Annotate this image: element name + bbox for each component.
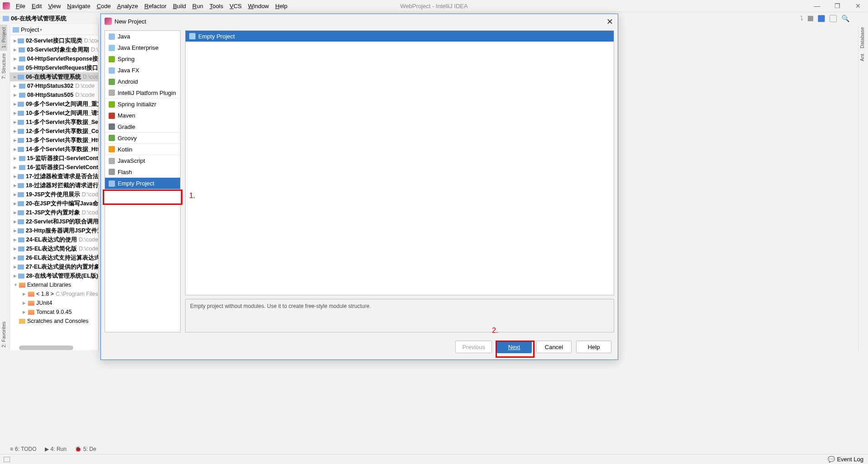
window-title: WebProject - IntelliJ IDEA xyxy=(400,3,467,9)
category-gradle[interactable]: Gradle xyxy=(105,121,180,133)
category-android[interactable]: Android xyxy=(105,76,180,87)
tab-ant[interactable]: Ant xyxy=(858,51,866,64)
run-tab[interactable]: ▶ 4: Run xyxy=(45,446,67,452)
stop-icon[interactable] xyxy=(808,16,813,21)
category-empty-project[interactable]: Empty Project xyxy=(105,178,180,189)
category-groovy[interactable]: Groovy xyxy=(105,133,180,144)
tab-database[interactable]: Database xyxy=(858,24,866,51)
category-kotlin[interactable]: Kotlin xyxy=(105,144,180,155)
project-type-list[interactable]: JavaJava EnterpriseSpringJava FXAndroidI… xyxy=(105,30,181,332)
category-javascript[interactable]: JavaScript xyxy=(105,155,180,166)
close-icon[interactable]: ✕ xyxy=(606,17,613,27)
tab-favorites[interactable]: 2: Favorites xyxy=(0,319,7,350)
menu-window[interactable]: Window xyxy=(245,2,272,10)
library-item[interactable]: ▶JUnit4 xyxy=(10,298,98,308)
folder-icon xyxy=(189,33,196,39)
category-spring[interactable]: Spring xyxy=(105,53,180,65)
library-item[interactable]: ▶< 1.8 >C:\Program Files xyxy=(10,289,98,298)
folder-icon xyxy=(3,16,9,21)
tree-item[interactable]: ▶10-多个Servlet之间调用_请求 xyxy=(10,109,98,118)
minimize-button[interactable]: — xyxy=(807,0,827,12)
tree-item[interactable]: ▶02-Servlet接口实现类D:\code xyxy=(10,36,98,45)
category-intellij-platform-plugin[interactable]: IntelliJ Platform Plugin xyxy=(105,87,180,99)
tree-item[interactable]: ▶27-EL表达式提供的内置对象 xyxy=(10,262,98,271)
tree-item[interactable]: ▶09-多个Servlet之间调用_重定 xyxy=(10,99,98,109)
category-java[interactable]: Java xyxy=(105,31,180,42)
category-spring-initializr[interactable]: Spring Initializr xyxy=(105,99,180,110)
tree-item[interactable]: ▶12-多个Servlet共享数据_Co xyxy=(10,127,98,136)
annotation-label-2: 2. xyxy=(492,327,498,335)
tab-structure[interactable]: 7: Structure xyxy=(0,51,7,82)
tree-item[interactable]: ▶08-HttpStatus505D:\code xyxy=(10,90,98,99)
build-icon[interactable]: ⤵ xyxy=(800,15,803,22)
tree-item[interactable]: ▶28-在线考试管理系统(EL版) xyxy=(10,271,98,280)
tree-item[interactable]: ▶15-监听器接口-ServletCont xyxy=(10,154,98,163)
horizontal-scrollbar[interactable] xyxy=(19,346,73,350)
menu-view[interactable]: View xyxy=(45,2,64,10)
category-icon xyxy=(109,90,115,96)
menu-refactor[interactable]: Refactor xyxy=(141,2,170,10)
category-label: Kotlin xyxy=(118,146,133,153)
menu-file[interactable]: File xyxy=(13,2,29,10)
tree-item[interactable]: ▶20-在JSP文件中编写Java命 xyxy=(10,199,98,208)
menu-code[interactable]: Code xyxy=(94,2,114,10)
menu-analyze[interactable]: Analyze xyxy=(114,2,141,10)
debug-tab[interactable]: 🐞 5: De xyxy=(75,446,96,452)
menu-help[interactable]: Help xyxy=(272,2,291,10)
help-button[interactable]: Help xyxy=(576,341,611,353)
scratches-and-consoles[interactable]: ▶Scratches and Consoles xyxy=(10,317,98,326)
cancel-button[interactable]: Cancel xyxy=(536,341,572,353)
project-tree[interactable]: ▶02-Servlet接口实现类D:\code▶03-Servlet对象生命周期… xyxy=(10,35,98,327)
tree-item[interactable]: ▶21-JSP文件内置对象D:\cod xyxy=(10,208,98,217)
menu-vcs[interactable]: VCS xyxy=(226,2,245,10)
project-panel-header[interactable]: Project ▾ xyxy=(10,24,98,35)
category-maven[interactable]: Maven xyxy=(105,110,180,121)
tree-item[interactable]: ▶25-EL表达式简化版D:\code xyxy=(10,244,98,253)
menu-run[interactable]: Run xyxy=(189,2,206,10)
category-icon xyxy=(109,67,115,74)
app-icon xyxy=(105,18,112,25)
toolbar-icon-2[interactable] xyxy=(830,15,837,22)
tree-item[interactable]: ▶06-在线考试管理系统D:\cod xyxy=(10,72,98,81)
category-java-fx[interactable]: Java FX xyxy=(105,65,180,76)
tree-item[interactable]: ▶22-Servlet和JSP的联合调用 xyxy=(10,217,98,226)
tree-item[interactable]: ▶19-JSP文件使用展示D:\code xyxy=(10,190,98,199)
tree-item[interactable]: ▶07-HttpStatus302D:\code xyxy=(10,81,98,90)
previous-button[interactable]: Previous xyxy=(455,341,492,353)
library-item[interactable]: ▶Tomcat 9.0.45 xyxy=(10,308,98,317)
toolbar-icon-1[interactable] xyxy=(818,15,825,22)
tree-item[interactable]: ▶18-过滤器对拦截的请求进行增 xyxy=(10,181,98,190)
close-window-button[interactable]: ✕ xyxy=(848,0,868,12)
breadcrumb-root[interactable]: 06-在线考试管理系统 xyxy=(11,14,67,23)
tree-item[interactable]: ▶04-HttpServletResponse接 xyxy=(10,54,98,63)
external-libraries[interactable]: ▼External Libraries xyxy=(10,280,98,289)
tree-item[interactable]: ▶14-多个Servlet共享数据_Htt xyxy=(10,145,98,154)
menu-build[interactable]: Build xyxy=(170,2,189,10)
category-icon xyxy=(109,45,115,51)
new-project-dialog: New Project ✕ JavaJava EnterpriseSpringJ… xyxy=(100,14,618,360)
next-button[interactable]: Next xyxy=(496,341,532,353)
menu-edit[interactable]: Edit xyxy=(29,2,45,10)
tree-item[interactable]: ▶24-EL表达式的使用D:\code xyxy=(10,235,98,244)
menu-tools[interactable]: Tools xyxy=(206,2,226,10)
search-icon[interactable]: 🔍 xyxy=(841,14,850,23)
tree-item[interactable]: ▶26-EL表达式支持运算表达式 xyxy=(10,253,98,262)
category-flash[interactable]: Flash xyxy=(105,166,180,178)
event-log-button[interactable]: 💬 Event Log xyxy=(828,456,863,463)
category-java-enterprise[interactable]: Java Enterprise xyxy=(105,42,180,53)
tree-item[interactable]: ▶23-Http服务器调用JSP文件过 xyxy=(10,226,98,235)
tab-project[interactable]: 1: Project xyxy=(0,24,7,51)
tree-item[interactable]: ▶16-监听器接口-ServletCont xyxy=(10,163,98,172)
chevron-down-icon[interactable]: ▾ xyxy=(40,27,42,32)
template-item-empty-project[interactable]: Empty Project xyxy=(186,31,614,42)
tree-item[interactable]: ▶17-过滤器检查请求是否合法 xyxy=(10,172,98,181)
menu-navigate[interactable]: Navigate xyxy=(64,2,93,10)
template-list[interactable]: Empty Project xyxy=(185,30,614,295)
status-icon[interactable] xyxy=(4,457,10,462)
maximize-button[interactable]: ❐ xyxy=(827,0,848,12)
tree-item[interactable]: ▶03-Servlet对象生命周期D:\ xyxy=(10,45,98,54)
tree-item[interactable]: ▶05-HttpServletRequest接口 xyxy=(10,63,98,72)
tree-item[interactable]: ▶13-多个Servlet共享数据_Htt xyxy=(10,136,98,145)
todo-tab[interactable]: ≡ 6: TODO xyxy=(10,446,37,452)
tree-item[interactable]: ▶11-多个Servlet共享数据_Ser xyxy=(10,118,98,127)
